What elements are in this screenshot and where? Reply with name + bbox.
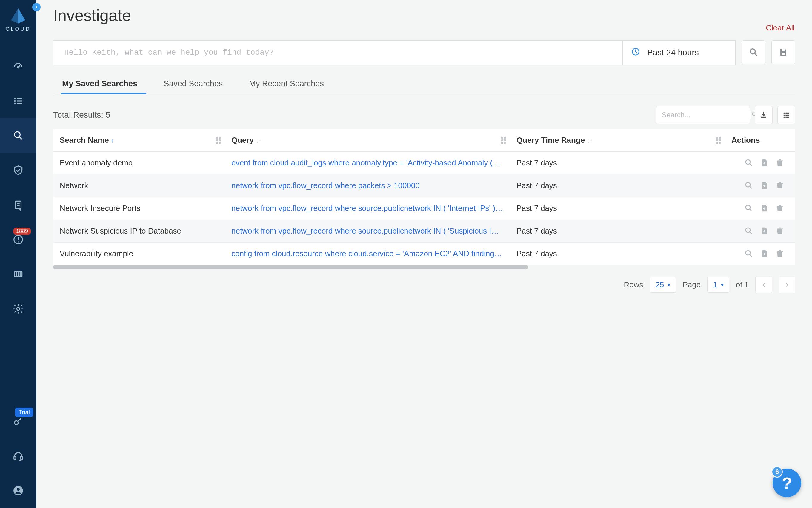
horizontal-scrollbar[interactable] bbox=[53, 265, 528, 269]
row-action-add[interactable] bbox=[758, 202, 771, 215]
svg-line-50 bbox=[750, 209, 752, 211]
tab-saved-searches[interactable]: Saved Searches bbox=[164, 74, 223, 94]
brand-logo[interactable]: CLOUD bbox=[6, 7, 31, 32]
column-drag-handle[interactable] bbox=[501, 137, 506, 144]
svg-line-42 bbox=[750, 164, 752, 166]
row-action-add[interactable] bbox=[758, 247, 771, 260]
svg-point-16 bbox=[17, 241, 18, 242]
tab-my-saved-searches[interactable]: My Saved Searches bbox=[62, 74, 137, 94]
svg-point-21 bbox=[17, 307, 20, 310]
chevron-left-icon bbox=[761, 282, 767, 288]
column-drag-handle[interactable] bbox=[716, 137, 721, 144]
row-action-delete[interactable] bbox=[773, 202, 786, 215]
cell-query[interactable]: config from cloud.resource where cloud.s… bbox=[225, 242, 510, 265]
brand-name: CLOUD bbox=[6, 26, 31, 32]
row-action-view[interactable] bbox=[742, 202, 755, 215]
cell-time-range: Past 7 days bbox=[510, 174, 725, 197]
svg-rect-37 bbox=[784, 115, 786, 116]
svg-point-2 bbox=[17, 67, 19, 68]
cell-query[interactable]: network from vpc.flow_record where packe… bbox=[225, 174, 510, 197]
rows-label: Rows bbox=[624, 280, 643, 289]
svg-rect-52 bbox=[777, 206, 783, 207]
tab-my-recent-searches[interactable]: My Recent Searches bbox=[249, 74, 324, 94]
run-search-button[interactable] bbox=[741, 40, 765, 64]
svg-marker-1 bbox=[11, 8, 18, 24]
nav-trial[interactable]: Trial bbox=[0, 404, 36, 439]
chevron-down-icon: ▾ bbox=[668, 282, 670, 288]
next-page-button[interactable] bbox=[778, 277, 795, 293]
col-header-search-name[interactable]: Search Name↑ bbox=[53, 129, 225, 152]
time-range-label: Past 24 hours bbox=[647, 48, 699, 57]
sidebar: CLOUD 1889 bbox=[0, 0, 36, 508]
nav-account[interactable] bbox=[0, 473, 36, 508]
rows-per-page-select[interactable]: 25▾ bbox=[650, 277, 676, 293]
cell-search-name: Event anomaly demo bbox=[53, 152, 225, 174]
row-action-view[interactable] bbox=[742, 247, 755, 260]
row-action-add[interactable] bbox=[758, 224, 771, 238]
nav-investigate[interactable] bbox=[0, 118, 36, 153]
cell-query[interactable]: network from vpc.flow_record where sourc… bbox=[225, 219, 510, 242]
svg-rect-23 bbox=[14, 457, 16, 460]
svg-point-8 bbox=[14, 103, 16, 104]
help-badge: 6 bbox=[771, 466, 783, 477]
page-select[interactable]: 1▾ bbox=[707, 277, 729, 293]
nav-alerts[interactable]: 1889 bbox=[0, 222, 36, 257]
nav-dashboard[interactable] bbox=[0, 49, 36, 84]
query-bar: Past 24 hours bbox=[53, 40, 735, 65]
table-row: Network Insecure Portsnetwork from vpc.f… bbox=[53, 197, 795, 219]
svg-line-58 bbox=[750, 254, 752, 257]
shield-check-icon bbox=[12, 165, 24, 176]
download-button[interactable] bbox=[755, 106, 773, 124]
col-header-query[interactable]: Query↓↑ bbox=[225, 129, 510, 152]
svg-line-46 bbox=[750, 186, 752, 188]
trial-badge: Trial bbox=[15, 408, 34, 417]
svg-point-22 bbox=[14, 421, 18, 425]
svg-rect-51 bbox=[778, 205, 781, 206]
save-search-button[interactable] bbox=[771, 40, 795, 64]
column-drag-handle[interactable] bbox=[216, 137, 221, 144]
nav-compliance[interactable] bbox=[0, 153, 36, 187]
row-action-delete[interactable] bbox=[773, 224, 786, 238]
query-input[interactable] bbox=[53, 41, 623, 65]
nav-support[interactable] bbox=[0, 439, 36, 473]
svg-rect-43 bbox=[778, 160, 781, 161]
svg-rect-24 bbox=[20, 457, 22, 460]
nav-inventory[interactable] bbox=[0, 257, 36, 292]
svg-rect-35 bbox=[784, 113, 786, 114]
clear-all-link[interactable]: Clear All bbox=[766, 23, 795, 33]
cell-query[interactable]: network from vpc.flow_record where sourc… bbox=[225, 197, 510, 219]
row-action-add[interactable] bbox=[758, 179, 771, 192]
row-action-view[interactable] bbox=[742, 224, 755, 238]
col-header-time-range[interactable]: Query Time Range↓↑ bbox=[510, 129, 725, 152]
row-action-add[interactable] bbox=[758, 156, 771, 169]
question-icon: ? bbox=[782, 473, 792, 493]
nav-policies[interactable] bbox=[0, 187, 36, 222]
headset-icon bbox=[12, 450, 24, 462]
page-label: Page bbox=[682, 280, 701, 289]
help-fab[interactable]: 6 ? bbox=[773, 469, 801, 497]
nav-list[interactable] bbox=[0, 84, 36, 118]
svg-rect-36 bbox=[786, 113, 789, 114]
row-action-delete[interactable] bbox=[773, 156, 786, 169]
table-row: Network Suspicious IP to Databasenetwork… bbox=[53, 219, 795, 242]
time-range-selector[interactable]: Past 24 hours bbox=[623, 41, 735, 65]
sort-icon: ↓↑ bbox=[587, 137, 593, 144]
table-row: Vulnerability exampleconfig from cloud.r… bbox=[53, 242, 795, 265]
row-action-view[interactable] bbox=[742, 156, 755, 169]
cell-time-range: Past 7 days bbox=[510, 152, 725, 174]
row-action-delete[interactable] bbox=[773, 247, 786, 260]
cell-query[interactable]: event from cloud.audit_logs where anomal… bbox=[225, 152, 510, 174]
row-action-delete[interactable] bbox=[773, 179, 786, 192]
nav-settings[interactable] bbox=[0, 292, 36, 326]
prev-page-button[interactable] bbox=[755, 277, 772, 293]
cell-time-range: Past 7 days bbox=[510, 242, 725, 265]
row-action-view[interactable] bbox=[742, 179, 755, 192]
table-search-input[interactable] bbox=[662, 111, 751, 119]
columns-button[interactable] bbox=[777, 106, 795, 124]
svg-rect-30 bbox=[781, 49, 784, 51]
document-icon bbox=[12, 199, 24, 211]
svg-rect-48 bbox=[777, 183, 783, 184]
svg-point-49 bbox=[746, 205, 750, 210]
columns-icon bbox=[782, 111, 791, 119]
cell-search-name: Network bbox=[53, 174, 225, 197]
